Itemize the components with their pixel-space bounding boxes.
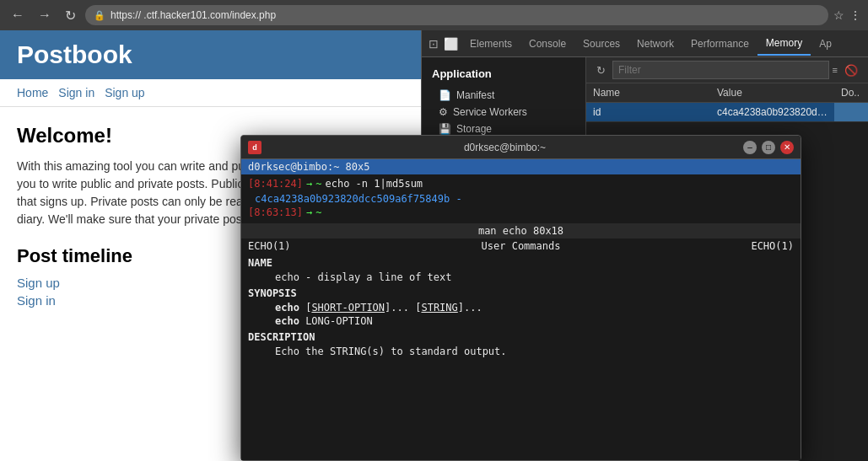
nav-home[interactable]: Home xyxy=(17,86,48,99)
service-workers-icon: ⚙ xyxy=(439,106,448,118)
star-button[interactable]: ☆ xyxy=(833,8,844,22)
terminal-prompt-line-2: [8:63:13] → ~ xyxy=(248,206,794,218)
storage-label: Storage xyxy=(456,123,492,135)
devtools-tabs: ⊡ ⬜ Elements Console Sources Network Per… xyxy=(422,30,868,57)
terminal-body: d0rksec@bimbo:~ 80x5 [8:41:24] → ~ echo … xyxy=(241,159,801,460)
url-text: https:// .ctf.hacker101.com/index.php xyxy=(111,9,820,21)
prompt-cmd: echo -n 1|md5sum xyxy=(326,178,423,190)
man-header-center: User Commands xyxy=(482,240,561,252)
prompt-tilde: ~ xyxy=(315,178,321,190)
terminal-top-pane: d0rksec@bimbo:~ 80x5 [8:41:24] → ~ echo … xyxy=(241,159,801,223)
tab-elements[interactable]: Elements xyxy=(461,33,520,55)
terminal-content[interactable]: [8:41:24] → ~ echo -n 1|md5sum c4ca4238a… xyxy=(241,174,801,223)
site-title: Postbook xyxy=(17,40,405,69)
terminal-minimize-button[interactable]: – xyxy=(743,141,757,154)
man-synopsis-line-1: echo [SHORT-OPTION]... [STRING]... xyxy=(241,301,801,314)
terminal-prompt-line-1: [8:41:24] → ~ echo -n 1|md5sum xyxy=(248,178,794,190)
header-do: Do.. xyxy=(834,83,868,102)
cookie-name: id xyxy=(586,103,710,121)
man-synopsis-echo: echo xyxy=(275,302,299,314)
clear-cookies-button[interactable]: 🚫 xyxy=(841,62,861,78)
table-row[interactable]: id c4ca4238a0b923820dcc509a6f75849b xyxy=(586,103,868,122)
forward-button[interactable]: → xyxy=(34,6,56,24)
terminal-window: d d0rksec@bimbo:~ – □ ✕ d0rksec@bimbo:~ … xyxy=(240,135,801,461)
terminal-close-button[interactable]: ✕ xyxy=(780,141,794,154)
back-button[interactable]: ← xyxy=(7,6,29,24)
refresh-cookies-button[interactable]: ↻ xyxy=(593,62,609,78)
tab-console[interactable]: Console xyxy=(520,33,574,55)
prompt-arrow: → xyxy=(306,178,312,190)
app-sidebar-title: Application xyxy=(422,64,585,83)
terminal-titlebar: d d0rksec@bimbo:~ – □ ✕ xyxy=(241,136,801,159)
sidebar-item-manifest[interactable]: 📄 Manifest xyxy=(422,87,585,104)
terminal-output: c4ca4238a0b923820dcc509a6f75849b - xyxy=(248,191,794,206)
devtools-device-icon[interactable]: ⬜ xyxy=(444,37,458,51)
nav-signup[interactable]: Sign up xyxy=(105,86,144,99)
man-synopsis-long: LONG-OPTION xyxy=(305,315,372,327)
tab-network[interactable]: Network xyxy=(628,33,682,55)
filter-input[interactable] xyxy=(612,61,829,79)
service-workers-label: Service Workers xyxy=(453,106,527,118)
sidebar-item-service-workers[interactable]: ⚙ Service Workers xyxy=(422,104,585,121)
terminal-man-pane: man echo 80x18 ECHO(1) User Commands ECH… xyxy=(241,223,801,460)
terminal-man-title: man echo 80x18 xyxy=(241,223,801,239)
terminal-title: d0rksec@bimbo:~ xyxy=(267,142,743,153)
man-header-left: ECHO(1) xyxy=(248,240,291,252)
man-description-section: DESCRIPTION xyxy=(241,328,801,345)
address-bar[interactable]: 🔒 https:// .ctf.hacker101.com/index.php xyxy=(85,5,828,25)
man-synopsis-section: SYNOPSIS xyxy=(241,284,801,301)
manifest-label: Manifest xyxy=(456,89,494,101)
terminal-session-label: d0rksec@bimbo:~ 80x5 xyxy=(241,159,801,174)
nav-signin[interactable]: Sign in xyxy=(58,86,94,99)
site-nav: Home Sign in Sign up xyxy=(0,79,422,107)
terminal-maximize-button[interactable]: □ xyxy=(762,141,775,154)
refresh-button[interactable]: ↻ xyxy=(61,6,80,25)
browser-chrome: ← → ↻ 🔒 https:// .ctf.hacker101.com/inde… xyxy=(0,0,868,30)
devtools-inspect-icon[interactable]: ⊡ xyxy=(429,37,439,51)
prompt-arrow-2: → xyxy=(306,206,312,218)
man-header-right: ECHO(1) xyxy=(751,240,794,252)
man-name-text: echo - display a line of text xyxy=(241,271,801,284)
man-header: ECHO(1) User Commands ECHO(1) xyxy=(241,239,801,254)
manifest-icon: 📄 xyxy=(439,89,451,101)
tab-app[interactable]: Ap xyxy=(811,33,840,55)
man-description-text: Echo the STRING(s) to standard output. xyxy=(241,345,801,358)
header-name: Name xyxy=(586,83,710,102)
man-name-section: NAME xyxy=(241,254,801,271)
storage-icon: 💾 xyxy=(439,123,451,135)
devtools-icons: ⊡ ⬜ xyxy=(425,37,461,51)
cookie-extra xyxy=(834,103,868,121)
man-synopsis-line-2: echo LONG-OPTION xyxy=(241,314,801,328)
menu-button[interactable]: ⋮ xyxy=(849,8,861,22)
table-header: Name Value Do.. xyxy=(586,83,868,103)
site-header: Postbook xyxy=(0,30,422,79)
filter-options-button[interactable]: ≡ xyxy=(833,65,838,75)
prompt-time: [8:41:24] xyxy=(248,178,303,190)
man-synopsis-option: [SHORT-OPTION]... [STRING]... xyxy=(305,302,483,314)
app-toolbar: ↻ ≡ 🚫 xyxy=(586,57,868,83)
tab-memory[interactable]: Memory xyxy=(757,32,811,56)
tab-performance[interactable]: Performance xyxy=(682,33,757,55)
prompt-tilde-2: ~ xyxy=(315,206,321,218)
terminal-icon: d xyxy=(248,141,261,154)
prompt-time-2: [8:63:13] xyxy=(248,206,303,218)
lock-icon: 🔒 xyxy=(94,10,105,21)
header-value: Value xyxy=(710,83,834,102)
man-synopsis-echo-2: echo xyxy=(275,315,299,327)
terminal-window-buttons: – □ ✕ xyxy=(743,141,794,154)
cookies-table: Name Value Do.. id c4ca4238a0b923820dcc5… xyxy=(586,83,868,122)
tab-sources[interactable]: Sources xyxy=(574,33,628,55)
cookie-value: c4ca4238a0b923820dcc509a6f75849b xyxy=(710,103,834,121)
